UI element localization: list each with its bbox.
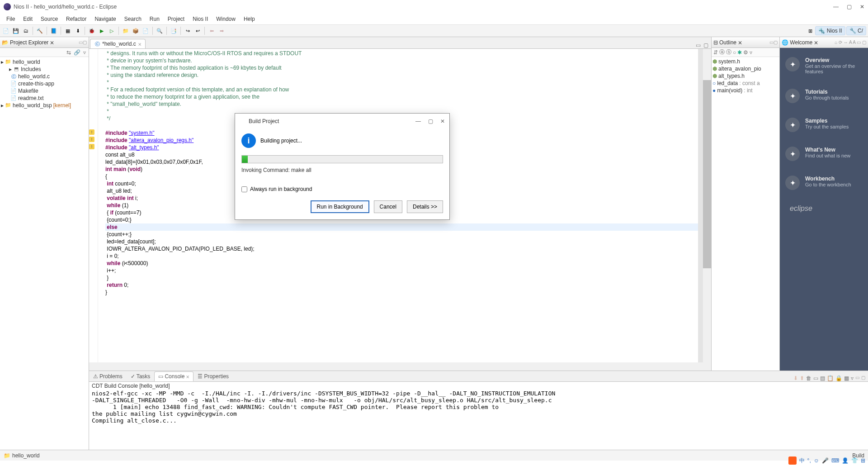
project-tree[interactable]: ▸📁hello_world ▸⬒Includes ⓒhello_world.c … <box>0 57 89 110</box>
perspective-cpp[interactable]: 🔧 C/ <box>846 26 866 35</box>
details-button[interactable]: Details >> <box>407 200 443 213</box>
forward-icon[interactable]: ➡ <box>217 27 226 35</box>
dialog-maximize-button[interactable]: ▢ <box>428 118 433 124</box>
save-all-icon[interactable]: 🗂 <box>22 27 30 35</box>
display-selected-icon[interactable]: ▭ <box>813 375 818 381</box>
menu-niosii[interactable]: Nios II <box>189 14 212 24</box>
debug-icon[interactable]: 🐞 <box>88 27 96 35</box>
tree-includes[interactable]: Includes <box>21 66 41 72</box>
download-icon[interactable]: ⬇ <box>74 27 82 35</box>
run-icon[interactable]: ▶ <box>98 27 106 35</box>
menu-source[interactable]: Source <box>37 14 61 24</box>
outline-hide-nonpublic-icon[interactable]: ○ <box>733 49 736 56</box>
save-icon[interactable]: 💾 <box>12 27 20 35</box>
editor-tab[interactable]: ⓒ *hello_world.c ⨯ <box>90 39 146 48</box>
run-background-button[interactable]: Run in Background <box>311 200 369 213</box>
view-maximize-icon[interactable]: ▢ <box>83 40 87 45</box>
collapse-all-icon[interactable]: ⇆ <box>66 49 71 56</box>
outline-item[interactable]: ⬢alt_types.h <box>712 72 778 80</box>
tray-icon[interactable] <box>788 456 797 465</box>
clear-console-icon[interactable]: 🗑 <box>806 375 811 381</box>
vertical-scrollbar[interactable] <box>703 49 711 362</box>
console-output[interactable]: nios2-elf-gcc -xc -MP -MMD -c -I./HAL/in… <box>89 390 868 450</box>
welcome-item[interactable]: ✦OverviewGet an overview of the features <box>785 57 863 74</box>
tree-file[interactable]: Makefile <box>18 88 38 94</box>
outline-item[interactable]: ●main(void) : int <box>712 87 778 94</box>
new-icon[interactable]: 📄 <box>2 27 10 35</box>
always-background-input[interactable] <box>241 186 247 192</box>
tray-shirt-icon[interactable]: 👕 <box>851 457 858 464</box>
link-editor-icon[interactable]: 🔗 <box>74 49 80 56</box>
view-minimize-icon[interactable]: ▭ <box>855 375 859 381</box>
outline-item[interactable]: ⬢altera_avalon_pio <box>712 65 778 72</box>
outline-settings-icon[interactable]: ⚙ <box>743 49 748 56</box>
build-icon[interactable]: 🔨 <box>36 27 44 35</box>
cancel-button[interactable]: Cancel <box>374 200 402 213</box>
tree-project-bsp[interactable]: hello_world_bsp <box>13 102 52 109</box>
outline-item[interactable]: ○led_data : const a <box>712 80 778 87</box>
tree-file[interactable]: readme.txt <box>18 95 44 101</box>
toggle-mark-icon[interactable]: 📑 <box>170 27 178 35</box>
close-tab-icon[interactable]: ⨯ <box>138 42 142 47</box>
new-class-icon[interactable]: 📦 <box>132 27 140 35</box>
menu-edit[interactable]: Edit <box>19 14 36 24</box>
tray-punct-icon[interactable]: °, <box>807 457 811 464</box>
console-settings-icon[interactable]: ▿ <box>851 375 854 381</box>
tray-face-icon[interactable]: ☺ <box>814 457 819 464</box>
always-background-checkbox[interactable]: Always run in background <box>241 186 443 192</box>
editor-minimize-icon[interactable]: ▭ <box>696 42 701 48</box>
menu-navigate[interactable]: Navigate <box>91 14 119 24</box>
horizontal-scrollbar[interactable] <box>89 362 711 371</box>
welcome-item[interactable]: ✦TutorialsGo through tutorials <box>785 89 863 103</box>
outline-item[interactable]: ⬢system.h <box>712 58 778 65</box>
tray-kb-icon[interactable]: ⌨ <box>831 457 839 464</box>
view-minimize-icon[interactable]: ▭ <box>79 40 83 45</box>
tree-project[interactable]: hello_world <box>13 59 40 65</box>
welcome-item[interactable]: ✦WorkbenchGo to the workbench <box>785 176 863 190</box>
terminate-icon[interactable]: 📋 <box>827 375 834 381</box>
back-icon[interactable]: ⬅ <box>208 27 216 35</box>
next-annotation-icon[interactable]: ↪ <box>184 27 192 35</box>
new-source-icon[interactable]: 📄 <box>142 27 150 35</box>
outline-hide-static-icon[interactable]: ⓢ <box>726 48 731 56</box>
outline-hide-fields-icon[interactable]: ⓐ <box>719 48 725 56</box>
view-maximize-icon[interactable]: ▢ <box>774 40 778 45</box>
menu-file[interactable]: File <box>3 14 19 24</box>
tab-tasks[interactable]: ✓Tasks <box>127 371 155 381</box>
menu-window[interactable]: Window <box>212 14 239 24</box>
tree-source[interactable]: hello_world.c <box>18 73 50 80</box>
outline-menu-icon[interactable]: ▿ <box>750 49 752 56</box>
tray-mic-icon[interactable]: 🎤 <box>822 457 829 464</box>
maximize-button[interactable]: ▢ <box>847 4 852 10</box>
tree-file[interactable]: create-this-app <box>18 81 54 87</box>
tray-user-icon[interactable]: 👤 <box>842 457 849 464</box>
close-button[interactable]: ✕ <box>860 4 864 10</box>
outline-filter-icon[interactable]: ✱ <box>737 49 742 56</box>
tray-ime-icon[interactable]: 中 <box>799 457 805 465</box>
prev-annotation-icon[interactable]: ↩ <box>193 27 202 35</box>
menu-search[interactable]: Search <box>121 14 145 24</box>
tab-problems[interactable]: ⚠Problems <box>89 371 127 381</box>
open-perspective-icon[interactable]: ⊞ <box>806 27 814 35</box>
tab-console[interactable]: ▭Console ⨯ <box>154 371 193 381</box>
tab-properties[interactable]: ☰Properties <box>193 371 233 381</box>
book-icon[interactable]: 📘 <box>50 27 58 35</box>
menu-refactor[interactable]: Refactor <box>62 14 90 24</box>
dialog-minimize-button[interactable]: — <box>415 118 421 124</box>
view-maximize-icon[interactable]: ▢ <box>861 375 865 381</box>
search-icon[interactable]: 🔍 <box>156 27 164 35</box>
perspective-nios[interactable]: 🔩 Nios II <box>815 26 845 35</box>
menu-project[interactable]: Project <box>164 14 188 24</box>
menu-help[interactable]: Help <box>240 14 259 24</box>
dialog-close-button[interactable]: ✕ <box>440 118 445 124</box>
menu-run[interactable]: Run <box>146 14 163 24</box>
pin-console-icon[interactable]: ⬆ <box>800 375 804 381</box>
outline-body[interactable]: ⬢system.h⬢altera_avalon_pio⬢alt_types.h○… <box>712 57 779 95</box>
remove-launch-icon[interactable]: 🔒 <box>835 375 842 381</box>
outline-sort-icon[interactable]: ⇵ <box>713 49 718 56</box>
run-last-icon[interactable]: ▷ <box>108 27 116 35</box>
editor-maximize-icon[interactable]: ▢ <box>703 42 708 48</box>
scroll-lock-icon[interactable]: ⬇ <box>793 375 798 381</box>
open-console-icon[interactable]: ▤ <box>820 375 825 381</box>
new-folder-icon[interactable]: 📁 <box>122 27 130 35</box>
